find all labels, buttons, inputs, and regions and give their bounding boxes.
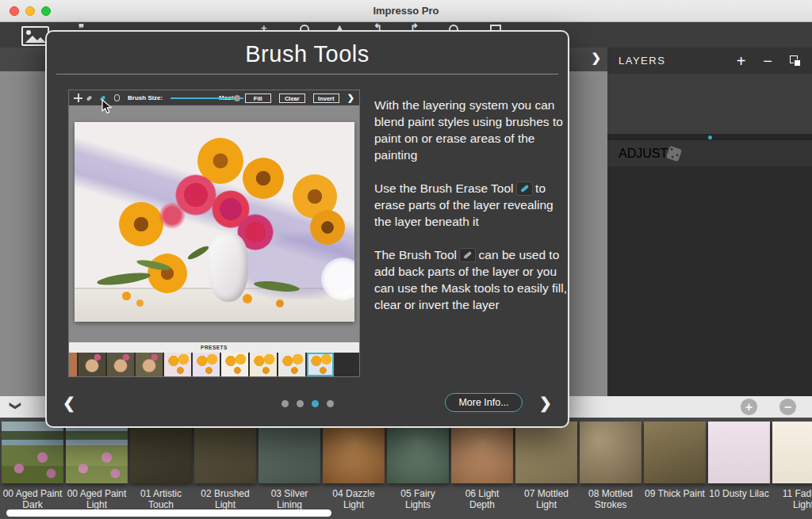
- preset-item[interactable]: 06 Light Depth: [451, 422, 513, 510]
- paragraph-1: With the layering system you can blend p…: [374, 98, 563, 162]
- mini-preset-thumbnails: [69, 353, 359, 376]
- brush-size-slider: [170, 95, 211, 101]
- layers-header: LAYERS + −: [607, 48, 812, 74]
- thumbnail-zoom-out-button[interactable]: −: [779, 399, 796, 415]
- mini-thumb: [69, 353, 77, 376]
- preset-item[interactable]: 04 Dazzle Light: [323, 422, 385, 510]
- preset-label: 02 Brushed Light: [194, 488, 256, 510]
- layers-list[interactable]: [607, 74, 812, 134]
- right-panel: LAYERS + − ADJUST: [607, 48, 812, 396]
- mini-thumb: [79, 353, 105, 376]
- mini-thumb-selected: [307, 353, 334, 376]
- preset-label: 09 Thick Paint: [644, 488, 706, 499]
- preset-item[interactable]: 11 Fading Light: [772, 422, 812, 510]
- preset-label: 05 Fairy Lights: [387, 488, 449, 510]
- zoom-button[interactable]: [41, 6, 51, 16]
- previous-page-arrow[interactable]: ❮: [63, 394, 75, 412]
- preset-item[interactable]: 08 Mottled Strokes: [580, 422, 642, 510]
- preset-item[interactable]: 10 Dusty Lilac: [708, 422, 770, 510]
- preset-item[interactable]: 02 Brushed Light: [194, 422, 256, 510]
- mini-thumb: [193, 353, 220, 376]
- filmstrip-scrollbar[interactable]: [6, 509, 331, 517]
- layers-label: LAYERS: [619, 55, 737, 67]
- page-dot[interactable]: [327, 400, 334, 407]
- brush-tool-icon: [86, 95, 93, 101]
- mini-presets-bar: PRESETS: [69, 342, 359, 353]
- preset-label: 07 Mottled Light: [515, 488, 577, 510]
- mini-toolbar: Brush Size: Mask: Fill Clear Invert ❯: [69, 90, 359, 105]
- page-dot[interactable]: [312, 400, 319, 407]
- page-dot[interactable]: [282, 400, 289, 407]
- preset-label: 03 Silver Lining: [259, 488, 320, 510]
- preset-item[interactable]: 00 Aged Paint Dark: [2, 422, 63, 510]
- minimize-button[interactable]: [25, 6, 35, 16]
- lasso-tool-icon: [114, 94, 121, 101]
- mini-thumb: [136, 353, 163, 376]
- dialog-footer: ❮ More Info... ❯: [47, 393, 568, 415]
- preset-item[interactable]: 07 Mottled Light: [515, 422, 577, 510]
- preset-label: 00 Aged Paint Dark: [2, 488, 63, 510]
- preset-item[interactable]: 09 Thick Paint: [644, 422, 706, 510]
- brush-erase-tool-inline-icon: [517, 182, 532, 195]
- preset-filmstrip: 00 Aged Paint Dark 00 Aged Paint Light 0…: [0, 418, 812, 519]
- remove-layer-button[interactable]: −: [763, 53, 772, 69]
- tutorial-screenshot: Brush Size: Mask: Fill Clear Invert ❯: [69, 90, 359, 376]
- duplicate-layer-button[interactable]: [790, 55, 801, 67]
- move-tool-icon: [74, 93, 79, 102]
- title-divider: [56, 74, 558, 74]
- mini-thumb: [221, 353, 248, 376]
- thumbnail-zoom-in-button[interactable]: +: [741, 399, 757, 415]
- mask-clear-button: Clear: [279, 93, 305, 103]
- preset-label: 10 Dusty Lilac: [708, 488, 770, 499]
- paragraph-2-before: Use the Brush Erase Tool: [374, 181, 513, 195]
- traffic-lights: [10, 6, 51, 16]
- close-button[interactable]: [10, 6, 19, 16]
- paragraph-3-before: The Brush Tool: [374, 248, 457, 261]
- preset-item[interactable]: 01 Artistic Touch: [130, 422, 192, 510]
- adjust-header: ADJUST: [607, 140, 812, 166]
- mini-thumb: [278, 353, 305, 376]
- collapse-filmstrip-chevron-icon[interactable]: ❯: [10, 401, 22, 410]
- preset-label: 11 Fading Light: [772, 488, 812, 510]
- preset-label: 00 Aged Paint Light: [66, 488, 128, 510]
- titlebar: Impresso Pro: [0, 0, 812, 22]
- mask-invert-button: Invert: [313, 93, 339, 103]
- dialog-title: Brush Tools: [47, 41, 568, 67]
- preset-label: 04 Dazzle Light: [323, 488, 385, 510]
- brush-tool-inline-icon: [460, 249, 475, 261]
- history-tool-icon[interactable]: [449, 25, 458, 30]
- app-window: { "window": { "title": "Impresso Pro" },…: [0, 0, 812, 519]
- preset-item[interactable]: 05 Fairy Lights: [387, 422, 449, 510]
- more-info-button[interactable]: More Info...: [445, 393, 523, 412]
- preset-item[interactable]: 00 Aged Paint Light: [66, 422, 128, 510]
- mask-fill-button: Fill: [245, 93, 271, 103]
- add-layer-button[interactable]: +: [737, 53, 746, 69]
- page-dots[interactable]: [282, 400, 334, 407]
- mini-toolbar-chevron-icon: ❯: [347, 93, 354, 103]
- mini-thumb: [107, 353, 134, 376]
- vase: [209, 234, 247, 302]
- tutorial-text: With the layering system you can blend p…: [374, 97, 571, 330]
- mouse-cursor-icon: [102, 99, 112, 114]
- panel-splitter[interactable]: [607, 134, 812, 140]
- panel-collapse-chevron-icon[interactable]: ❯: [591, 51, 601, 65]
- adjust-label: ADJUST: [619, 147, 668, 161]
- window-title: Impresso Pro: [0, 5, 812, 17]
- brush-tools-dialog: Brush Tools Brush Size: Mask: Fill Clear…: [45, 30, 569, 428]
- preset-label: 06 Light Depth: [451, 488, 513, 510]
- brush-size-label: Brush Size:: [128, 94, 163, 101]
- mini-thumb: [250, 353, 277, 376]
- preset-item[interactable]: 03 Silver Lining: [259, 422, 320, 510]
- page-dot[interactable]: [297, 400, 304, 407]
- sunflower-painting: [75, 122, 354, 322]
- refresh-tool-icon[interactable]: [300, 25, 309, 30]
- preset-label: 01 Artistic Touch: [130, 488, 192, 510]
- mini-thumb: [164, 353, 191, 376]
- preset-label: 08 Mottled Strokes: [580, 488, 642, 510]
- randomize-die-icon[interactable]: [666, 145, 682, 161]
- next-page-arrow[interactable]: ❯: [539, 394, 552, 412]
- splitter-handle-dot[interactable]: [708, 135, 712, 139]
